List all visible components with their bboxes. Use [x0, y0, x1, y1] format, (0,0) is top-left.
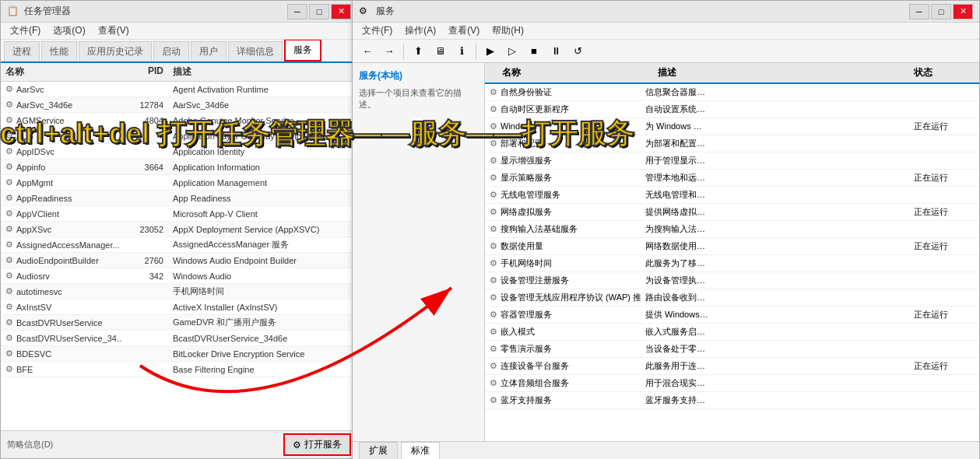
open-services-button[interactable]: ⚙ 打开服务: [283, 433, 351, 456]
service-gear-icon: ⚙: [5, 84, 13, 94]
toolbar-restart[interactable]: ↺: [567, 42, 588, 61]
toolbar-play[interactable]: ▶: [480, 42, 501, 61]
toolbar-up[interactable]: ⬆: [408, 42, 428, 61]
table-row[interactable]: ⚙ AarSvc_34d6e 12784 AarSvc_34d6e: [1, 97, 357, 113]
table-row[interactable]: ⚙ AGMService 4804 Adobe Genuine Monitor …: [1, 113, 357, 128]
toolbar-stop[interactable]: ■: [524, 42, 544, 61]
srv-gear-icon: ⚙: [490, 190, 497, 200]
services-close-button[interactable]: ✕: [953, 4, 973, 19]
window-controls: ─ □ ✕: [287, 4, 351, 19]
cell-pid: 342: [121, 272, 168, 281]
tab-services[interactable]: 服务: [284, 40, 321, 61]
table-row[interactable]: ⚙ BFE Base Filtering Engine: [1, 362, 357, 377]
srv-table-row[interactable]: ⚙ 显示增强服务 用于管理显示…: [485, 152, 979, 170]
table-row[interactable]: ⚙ BDESVC BitLocker Drive Encryption Serv…: [1, 346, 357, 362]
table-row[interactable]: ⚙ AudioEndpointBuilder 2760 Windows Audi…: [1, 253, 357, 268]
task-manager-bottom-bar: 简略信息(D) ⚙ 打开服务: [1, 430, 357, 458]
srv-table-row[interactable]: ⚙ 零售演示服务 当设备处于零…: [485, 341, 979, 358]
cell-pid: 4804: [121, 116, 168, 125]
srv-cell-name: ⚙ 嵌入模式: [485, 326, 641, 338]
srv-cell-name: ⚙ 零售演示服务: [485, 343, 641, 355]
close-button[interactable]: ✕: [331, 4, 351, 19]
srv-menu-file[interactable]: 文件(F): [356, 23, 399, 39]
table-row[interactable]: ⚙ Appinfo 3664 Application Information: [1, 159, 357, 175]
srv-table-row[interactable]: ⚙ 蓝牙支持服务 蓝牙服务支持…: [485, 392, 979, 409]
table-row[interactable]: ⚙ AppXSvc 23052 AppX Deployment Service …: [1, 222, 357, 237]
services-maximize-button[interactable]: □: [931, 4, 951, 19]
toolbar-info[interactable]: ℹ: [451, 42, 472, 61]
table-row[interactable]: ⚙ AppMgmt Application Management: [1, 175, 357, 191]
tab-startup[interactable]: 启动: [153, 41, 189, 61]
toolbar-forward[interactable]: →: [379, 42, 399, 61]
tab-process[interactable]: 进程: [4, 41, 40, 61]
srv-table-row[interactable]: ⚙ Windows 管 为 Windows … 正在运行: [485, 118, 979, 135]
table-row[interactable]: ⚙ AppIDSvc Application Identity: [1, 144, 357, 159]
srv-table-row[interactable]: ⚙ 手机网络时间 此服务为了移…: [485, 255, 979, 272]
srv-table-row[interactable]: ⚙ 自动时区更新程序 自动设置系统…: [485, 101, 979, 118]
srv-header-status[interactable]: 状态: [909, 66, 979, 79]
table-row[interactable]: ⚙ ALG Application Layer Gateway Service: [1, 128, 357, 144]
srv-cell-name: ⚙ 立体音频组合服务: [485, 377, 641, 389]
toolbar-back[interactable]: ←: [357, 42, 378, 61]
srv-table-row[interactable]: ⚙ 嵌入模式 嵌入式服务启…: [485, 324, 979, 341]
table-row[interactable]: ⚙ AppReadiness App Readiness: [1, 191, 357, 206]
srv-header-name[interactable]: 名称: [497, 66, 653, 79]
srv-gear-icon: ⚙: [490, 87, 497, 97]
srv-tab-expand[interactable]: 扩展: [359, 442, 398, 459]
service-gear-icon: ⚙: [5, 302, 13, 312]
srv-header-desc[interactable]: 描述: [653, 66, 909, 79]
srv-table-row[interactable]: ⚙ 连接设备平台服务 此服务用于连… 正在运行: [485, 358, 979, 375]
minimize-button[interactable]: ─: [287, 4, 307, 19]
task-manager-title: 任务管理器: [24, 5, 287, 18]
menu-file[interactable]: 文件(F): [4, 23, 47, 39]
table-row[interactable]: ⚙ AppVClient Microsoft App-V Client: [1, 206, 357, 222]
table-row[interactable]: ⚙ Audiosrv 342 Windows Audio: [1, 268, 357, 284]
menu-view[interactable]: 查看(V): [92, 23, 135, 39]
toolbar-show[interactable]: 🖥: [430, 42, 450, 61]
toolbar-pause[interactable]: ⏸: [546, 42, 566, 61]
srv-menu-view[interactable]: 查看(V): [442, 23, 486, 39]
table-row[interactable]: ⚙ AarSvc Agent Activation Runtime: [1, 82, 357, 97]
table-row[interactable]: ⚙ AssignedAccessManager... AssignedAcces…: [1, 237, 357, 253]
srv-table-row[interactable]: ⚙ 立体音频组合服务 用于混合现实…: [485, 375, 979, 392]
service-gear-icon: ⚙: [5, 208, 13, 219]
srv-tab-standard[interactable]: 标准: [401, 442, 440, 459]
srv-cell-name: ⚙ 自动时区更新程序: [485, 103, 641, 115]
cell-service-name: ⚙ BDESVC: [1, 349, 121, 359]
srv-table-row[interactable]: ⚙ 搜狗输入法基础服务 为搜狗输入法…: [485, 221, 979, 238]
toolbar-play2[interactable]: ▷: [502, 42, 522, 61]
srv-table-row[interactable]: ⚙ 部署和配置 为部署和配置…: [485, 135, 979, 152]
service-gear-icon: ⚙: [5, 224, 13, 234]
cell-desc: ActiveX Installer (AxInstSV): [168, 303, 357, 312]
tab-details[interactable]: 详细信息: [228, 41, 283, 61]
srv-table-row[interactable]: ⚙ 显示策略服务 管理本地和远… 正在运行: [485, 170, 979, 187]
tab-app-history[interactable]: 应用历史记录: [79, 41, 152, 61]
tab-users[interactable]: 用户: [191, 41, 227, 61]
srv-menu-action[interactable]: 操作(A): [399, 23, 442, 39]
srv-cell-name: ⚙ 网络虚拟服务: [485, 206, 641, 218]
table-row[interactable]: ⚙ AxInstSV ActiveX Installer (AxInstSV): [1, 300, 357, 315]
maximize-button[interactable]: □: [309, 4, 329, 19]
srv-table-row[interactable]: ⚙ 设备管理注册服务 为设备管理执…: [485, 272, 979, 289]
services-bottom-tabs: 扩展 标准: [353, 441, 979, 459]
table-row[interactable]: ⚙ autotimesvc 手机网络时间: [1, 284, 357, 300]
menu-options[interactable]: 选项(O): [47, 23, 91, 39]
services-table-header: 名称 PID 描述: [1, 63, 357, 82]
srv-table-row[interactable]: ⚙ 无线电管理服务 无线电管理和…: [485, 187, 979, 204]
services-minimize-button[interactable]: ─: [909, 4, 929, 19]
cell-service-name: ⚙ AxInstSV: [1, 302, 121, 312]
table-row[interactable]: ⚙ BcastDVRUserService GameDVR 和广播用户服务: [1, 315, 357, 331]
srv-cell-status: 正在运行: [909, 309, 979, 321]
table-row[interactable]: ⚙ BcastDVRUserService_34... BcastDVRUser…: [1, 331, 357, 346]
srv-table-row[interactable]: ⚙ 自然身份验证 信息聚合器服…: [485, 84, 979, 101]
srv-table-row[interactable]: ⚙ 网络虚拟服务 提供网络虚拟… 正在运行: [485, 204, 979, 221]
srv-cell-status: 正在运行: [909, 206, 979, 218]
srv-table-row[interactable]: ⚙ 设备管理无线应用程序协议 (WAP) 推送… 路由设备收到…: [485, 289, 979, 307]
srv-table-row[interactable]: ⚙ 数据使用量 网络数据使用… 正在运行: [485, 238, 979, 255]
cell-desc: 手机网络时间: [168, 286, 357, 297]
srv-menu-help[interactable]: 帮助(H): [486, 23, 530, 39]
tab-performance[interactable]: 性能: [41, 41, 77, 61]
srv-gear-icon: ⚙: [490, 241, 497, 251]
srv-table-row[interactable]: ⚙ 容器管理服务 提供 Windows… 正在运行: [485, 307, 979, 324]
srv-cell-name: ⚙ 设备管理无线应用程序协议 (WAP) 推送…: [485, 292, 641, 303]
